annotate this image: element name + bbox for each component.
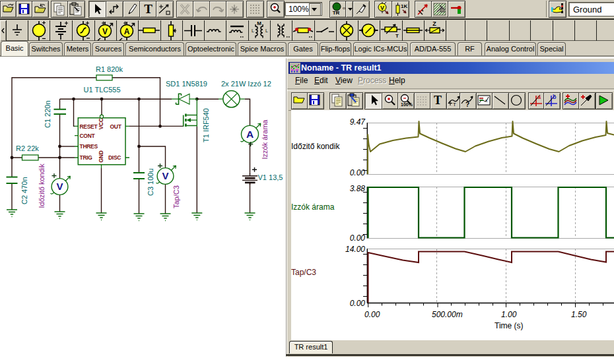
svg-text:0.00: 0.00 — [350, 233, 366, 243]
svg-text:C1 220n: C1 220n — [44, 100, 51, 128]
svg-text:T: T — [434, 94, 442, 107]
svg-text:Tap/C3: Tap/C3 — [172, 185, 180, 208]
svg-text:DISC: DISC — [108, 154, 121, 161]
svg-text:Időzitő kondik: Időzitő kondik — [38, 164, 46, 208]
svg-text:CONT: CONT — [80, 133, 96, 139]
svg-text:GND: GND — [98, 150, 104, 162]
svg-text:A: A — [246, 129, 254, 140]
svg-text:M: M — [257, 20, 261, 26]
svg-text:1K: 1K — [401, 3, 407, 9]
svg-text:C3 100u: C3 100u — [147, 168, 154, 196]
svg-text:3.88: 3.88 — [350, 184, 366, 193]
svg-text:2x 21W Izzó 12: 2x 21W Izzó 12 — [221, 80, 271, 88]
svg-text:0.00: 0.00 — [350, 299, 366, 308]
svg-text:Time (s): Time (s) — [495, 321, 524, 330]
svg-text:RESET: RESET — [80, 123, 98, 130]
svg-text:T: T — [395, 33, 399, 39]
svg-text:V: V — [380, 5, 384, 11]
svg-text:b: b — [553, 94, 557, 100]
svg-text:V: V — [102, 27, 108, 36]
svg-text:V1 13,5: V1 13,5 — [258, 173, 283, 181]
svg-text:V: V — [162, 170, 169, 181]
svg-text:R2 22k: R2 22k — [16, 144, 39, 152]
svg-text:9.47: 9.47 — [350, 117, 366, 127]
svg-text:TR: TR — [333, 10, 340, 16]
svg-text:L: L — [252, 28, 254, 33]
svg-text:500.00m: 500.00m — [432, 310, 463, 319]
svg-text:1.50: 1.50 — [571, 310, 587, 319]
svg-text:THRES: THRES — [80, 143, 98, 150]
svg-text:?: ? — [465, 101, 469, 107]
svg-text:T: T — [144, 2, 153, 16]
svg-text:U1 TLC555: U1 TLC555 — [84, 86, 121, 94]
svg-text:T: T — [453, 102, 456, 107]
svg-text:x: x — [485, 98, 488, 103]
svg-text:0.00: 0.00 — [364, 310, 380, 319]
svg-text:V: V — [57, 181, 63, 192]
svg-text:Izzók árama: Izzók árama — [261, 119, 269, 160]
svg-text:T1 IRF540: T1 IRF540 — [202, 108, 210, 142]
svg-text:SD1 1N5819: SD1 1N5819 — [166, 80, 207, 88]
svg-text:Izzók árama: Izzók árama — [291, 202, 335, 212]
svg-text:1.00: 1.00 — [501, 310, 517, 319]
svg-text:100%: 100% — [401, 102, 413, 107]
svg-text:A: A — [124, 27, 130, 36]
svg-text:L: L — [265, 28, 268, 33]
svg-text:Időzitő kondik: Időzitő kondik — [291, 142, 340, 151]
svg-text:C2 470n: C2 470n — [20, 177, 28, 204]
svg-text:14.00: 14.00 — [345, 245, 365, 254]
svg-text:Tap/C3: Tap/C3 — [291, 268, 316, 277]
svg-text:TRIG: TRIG — [80, 154, 93, 161]
svg-text:R1 820k: R1 820k — [96, 65, 123, 73]
svg-text:Z: Z — [432, 20, 436, 27]
svg-text:a: a — [537, 94, 541, 100]
svg-text:VCC: VCC — [98, 118, 104, 129]
svg-text:OUT: OUT — [110, 123, 122, 130]
svg-text:0.00: 0.00 — [350, 168, 366, 177]
